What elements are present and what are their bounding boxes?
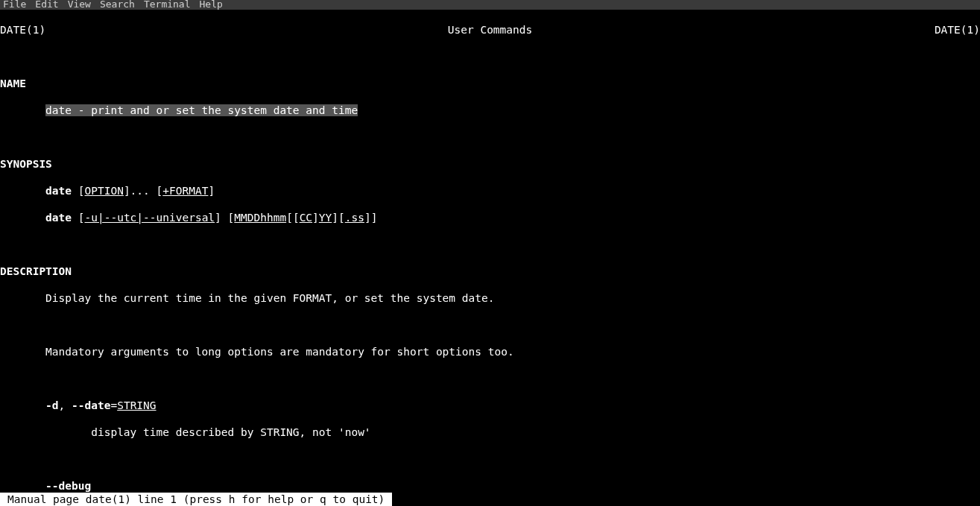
- menu-search[interactable]: Search: [100, 0, 135, 8]
- menu-help[interactable]: Help: [200, 0, 223, 8]
- synopsis-line-1: date [OPTION]... [+FORMAT]: [0, 184, 980, 197]
- man-header: DATE(1)User CommandsDATE(1): [0, 23, 980, 37]
- section-description: DESCRIPTION: [0, 265, 72, 277]
- menu-edit[interactable]: Edit: [35, 0, 58, 8]
- synopsis-line-2: date [-u|--utc|--universal] [MMDDhhmm[[C…: [0, 211, 980, 224]
- option-d-desc: display time described by STRING, not 'n…: [0, 426, 980, 439]
- section-synopsis: SYNOPSIS: [0, 158, 52, 170]
- status-line: Manual page date(1) line 1 (press h for …: [0, 493, 392, 506]
- menu-view[interactable]: View: [68, 0, 91, 8]
- menu-terminal[interactable]: Terminal: [144, 0, 191, 8]
- menu-file[interactable]: File: [3, 0, 26, 8]
- description-text: Display the current time in the given FO…: [0, 291, 980, 305]
- option-debug: --debug: [0, 479, 980, 493]
- section-name: NAME: [0, 78, 26, 89]
- description-text-2: Mandatory arguments to long options are …: [0, 345, 980, 358]
- menubar: File Edit View Search Terminal Help: [0, 0, 980, 10]
- terminal-output[interactable]: DATE(1)User CommandsDATE(1) NAME date - …: [0, 10, 980, 506]
- highlighted-text: date - print and or set the system date …: [45, 104, 358, 116]
- option-d: -d, --date=STRING: [0, 399, 980, 412]
